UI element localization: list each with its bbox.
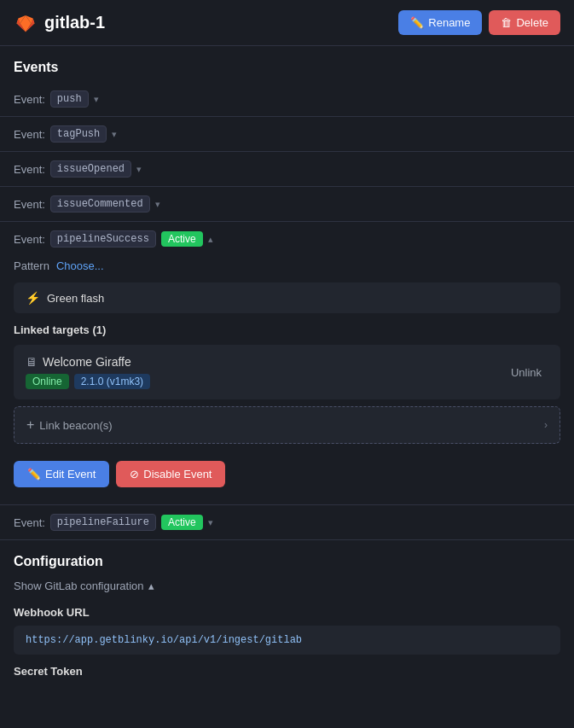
target-name-row: 🖥 Welcome Giraffe (26, 355, 150, 369)
event-badge-pipelinesuccess: pipelineSuccess (50, 230, 156, 248)
header-left: gitlab-1 (14, 11, 105, 35)
target-badges: Online 2.1.0 (v1mk3) (26, 374, 150, 389)
rename-button[interactable]: ✏️ Rename (398, 10, 482, 35)
event-label-tagpush: Event: (14, 128, 45, 141)
secret-token-label: Secret Token (14, 665, 560, 678)
unlink-button[interactable]: Unlink (504, 363, 548, 382)
event-badge-pipelinefailure: pipelineFailure (50, 514, 156, 531)
header: gitlab-1 ✏️ Rename 🗑 Delete (0, 0, 574, 46)
chevron-down-icon-issuecommented[interactable]: ▾ (155, 199, 160, 210)
header-actions: ✏️ Rename 🗑 Delete (398, 10, 560, 35)
delete-icon: 🗑 (501, 16, 512, 29)
chevron-up-config-icon: ▴ (148, 579, 154, 592)
chevron-down-icon-issueopened[interactable]: ▾ (136, 164, 142, 175)
rename-icon: ✏️ (410, 16, 424, 29)
target-device-icon: 🖥 (26, 355, 38, 369)
pattern-label: Pattern (14, 259, 49, 272)
events-section-title: Events (0, 46, 574, 82)
event-label-issuecommented: Event: (14, 198, 45, 211)
action-buttons: ✏️ Edit Event ⊘ Disable Event (14, 454, 560, 491)
webhook-url-value: https://app.getblinky.io/api/v1/ingest/g… (14, 626, 560, 655)
chevron-up-icon-pipelinesuccess[interactable]: ▴ (208, 234, 213, 245)
chevron-down-icon-pipelinefailure[interactable]: ▾ (208, 517, 213, 528)
event-row-tagpush: Event: tagPush ▾ (0, 117, 574, 152)
target-name: Welcome Giraffe (43, 355, 131, 369)
event-row-pipelinefailure: Event: pipelineFailure Active ▾ (0, 505, 574, 540)
config-toggle-row[interactable]: Show GitLab configuration ▴ (14, 579, 560, 592)
pattern-box: ⚡ Green flash (14, 282, 560, 313)
event-row-issueopened: Event: issueOpened ▾ (0, 152, 574, 187)
chevron-down-icon-push[interactable]: ▾ (94, 94, 99, 105)
linked-targets-title: Linked targets (1) (14, 323, 560, 336)
target-card: 🖥 Welcome Giraffe Online 2.1.0 (v1mk3) U… (14, 345, 560, 399)
event-expanded-header: Event: pipelineSuccess Active ▴ (0, 222, 574, 256)
event-expanded-body: Pattern Choose... ⚡ Green flash Linked t… (0, 256, 574, 504)
pattern-row: Pattern Choose... (14, 256, 560, 282)
event-label-push: Event: (14, 93, 45, 106)
target-info: 🖥 Welcome Giraffe Online 2.1.0 (v1mk3) (26, 355, 150, 389)
disable-icon: ⊘ (130, 468, 139, 480)
pattern-value: Green flash (47, 292, 104, 305)
config-title: Configuration (14, 554, 560, 569)
event-label-issueopened: Event: (14, 163, 45, 176)
event-label-pipelinefailure: Event: (14, 516, 45, 529)
plus-icon: + (26, 417, 34, 433)
badge-version: 2.1.0 (v1mk3) (74, 374, 150, 389)
event-badge-issueopened: issueOpened (50, 160, 131, 178)
badge-online: Online (26, 374, 69, 389)
gitlab-icon (14, 11, 38, 35)
event-label-pipelinesuccess: Event: (14, 233, 45, 246)
flash-icon: ⚡ (26, 291, 40, 305)
disable-event-button[interactable]: ⊘ Disable Event (116, 461, 225, 487)
chevron-right-icon: › (544, 419, 548, 431)
rename-label: Rename (428, 16, 470, 29)
event-badge-issuecommented: issueCommented (50, 195, 150, 213)
event-badge-tagpush: tagPush (50, 125, 107, 143)
event-row-push: Event: push ▾ (0, 82, 574, 117)
event-expanded-pipelinesuccess: Event: pipelineSuccess Active ▴ Pattern … (0, 222, 574, 505)
pattern-choose-link[interactable]: Choose... (56, 259, 104, 272)
edit-event-button[interactable]: ✏️ Edit Event (14, 461, 109, 487)
disable-label: Disable Event (143, 468, 212, 480)
link-beacons-label: Link beacon(s) (39, 419, 112, 432)
delete-label: Delete (516, 16, 548, 29)
page-title: gitlab-1 (44, 13, 105, 32)
edit-icon: ✏️ (27, 468, 41, 480)
event-badge-push: push (50, 90, 89, 108)
status-badge-pipelinefailure-active: Active (161, 515, 203, 530)
edit-label: Edit Event (45, 468, 96, 480)
status-badge-active: Active (161, 231, 203, 247)
configuration-section: Configuration Show GitLab configuration … (0, 540, 574, 691)
webhook-url-label: Webhook URL (14, 606, 560, 619)
delete-button[interactable]: 🗑 Delete (489, 10, 560, 35)
link-beacons-left: + Link beacon(s) (26, 417, 113, 433)
link-beacons-button[interactable]: + Link beacon(s) › (14, 406, 560, 444)
chevron-down-icon-tagpush[interactable]: ▾ (112, 129, 117, 140)
event-row-issuecommented: Event: issueCommented ▾ (0, 187, 574, 222)
config-toggle-label: Show GitLab configuration (14, 579, 143, 592)
